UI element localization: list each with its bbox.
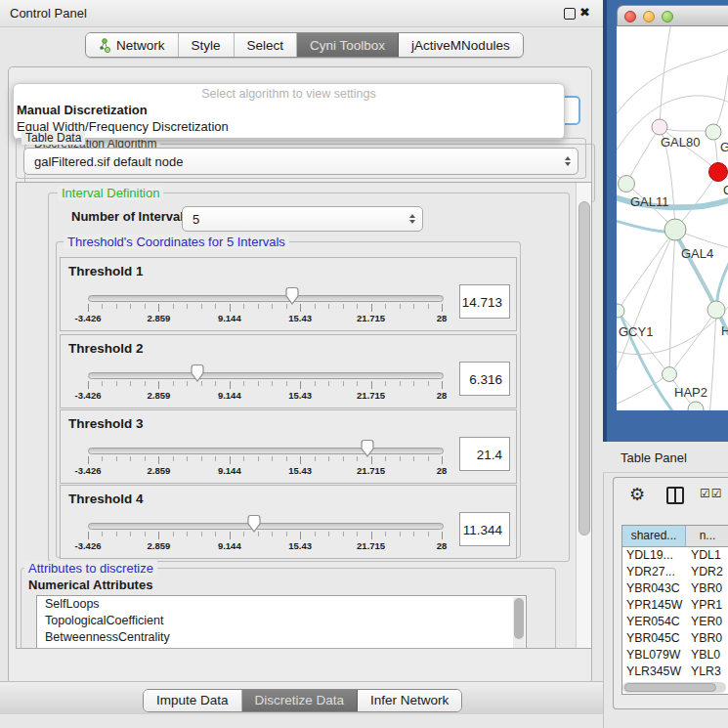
node-attribute-table[interactable]: shared...n... YDL19...YDL1YDR27...YDR2YB…: [621, 525, 728, 695]
table-data-combobox[interactable]: galFiltered.sif default node: [23, 148, 578, 175]
tab-select[interactable]: Select: [235, 33, 298, 57]
network-edge[interactable]: [669, 230, 675, 374]
table-settings-gear-icon[interactable]: ⚙: [629, 484, 645, 504]
mac-close-button[interactable]: [624, 11, 636, 22]
slider-tick: [272, 381, 273, 386]
scrollbar-thumb[interactable]: [578, 201, 590, 535]
threshold-value-field[interactable]: 21.4: [459, 437, 510, 471]
tab-style[interactable]: Style: [179, 33, 235, 57]
table-row[interactable]: YBL079WYBL0: [622, 647, 728, 664]
network-edge[interactable]: [618, 230, 675, 311]
tab-jactivemnodules[interactable]: jActiveMNodules: [399, 33, 523, 57]
network-node-gcy1[interactable]: [617, 304, 624, 318]
network-node-gal4[interactable]: [664, 219, 686, 240]
slider-tick: [272, 304, 273, 309]
settings-vertical-scrollbar[interactable]: [576, 183, 591, 648]
network-node-gal11[interactable]: [619, 176, 635, 193]
column-layout-icon[interactable]: [666, 487, 684, 504]
column-header-1[interactable]: shared...: [622, 526, 686, 546]
bottom-tab-infer-network[interactable]: Infer Network: [358, 690, 461, 711]
slider-track[interactable]: [88, 448, 444, 454]
network-edge[interactable]: [617, 374, 669, 407]
mac-minimize-button[interactable]: [643, 11, 655, 22]
slider-thumb[interactable]: [190, 364, 205, 383]
tab-network[interactable]: Network: [86, 33, 179, 57]
table-panel-title: Table Panel: [621, 450, 687, 465]
slider-tick: [173, 532, 174, 536]
network-node-right-mid[interactable]: [707, 301, 725, 319]
attribute-item-topologicalcoefficient[interactable]: TopologicalCoefficient: [37, 613, 526, 629]
algorithm-options-list: Manual DiscretizationEqual Width/Frequen…: [17, 102, 561, 135]
network-edge[interactable]: [669, 310, 716, 374]
mac-zoom-button[interactable]: [662, 11, 673, 22]
bottom-tab-discretize-data[interactable]: Discretize Data: [242, 690, 359, 711]
select-columns-icon[interactable]: ☑☑: [700, 487, 723, 500]
scrollbar-thumb[interactable]: [624, 683, 716, 692]
network-node-red-selected[interactable]: [709, 163, 728, 182]
interval-definition-title: Interval Definition: [58, 186, 163, 200]
table-row[interactable]: YBR043CYBR0: [622, 580, 728, 597]
slider-tick: [315, 456, 316, 461]
slider-tick: [230, 304, 231, 312]
network-window-titlebar[interactable]: [617, 5, 728, 26]
slider-tick-label: 9.144: [218, 313, 241, 323]
algorithm-option-equal-width-frequency-discretization[interactable]: Equal Width/Frequency Discretization: [17, 118, 561, 135]
column-header-2[interactable]: n...: [686, 526, 728, 546]
threshold-value-field[interactable]: 14.713: [459, 284, 510, 319]
table-row[interactable]: YDL19...YDL1: [622, 547, 728, 564]
slider-tick: [116, 456, 117, 461]
number-of-intervals-combobox[interactable]: 5: [182, 206, 423, 232]
network-edge[interactable]: [626, 127, 660, 184]
attributes-list-scrollbar[interactable]: [513, 597, 525, 648]
slider-thumb[interactable]: [284, 286, 300, 306]
network-edge[interactable]: [660, 26, 671, 127]
slider-tick: [371, 532, 372, 539]
tab-cyni-toolbox[interactable]: Cyni Toolbox: [297, 33, 399, 57]
algorithm-option-manual-discretization[interactable]: Manual Discretization: [17, 102, 561, 118]
network-node-hap2[interactable]: [663, 367, 677, 382]
slider-thumb[interactable]: [360, 439, 375, 458]
network-edge[interactable]: [713, 75, 728, 132]
slider-track[interactable]: [88, 372, 444, 379]
node-label-gcy1: GCY1: [619, 324, 653, 339]
cell-name: YPR1: [685, 597, 728, 614]
cell-name: YER0: [685, 614, 728, 630]
network-view-canvas[interactable]: GAL80GAGAL11CGAL4GCY1HHAP2: [617, 26, 728, 410]
slider-track[interactable]: [88, 295, 444, 302]
slider-tick: [173, 381, 174, 386]
table-row[interactable]: YPR145WYPR1: [622, 597, 728, 614]
attribute-item-betweennesscentrality[interactable]: BetweennessCentrality: [37, 629, 526, 646]
table-row[interactable]: YER054CYER0: [622, 614, 728, 630]
bottom-tab-impute-data[interactable]: Impute Data: [144, 690, 242, 711]
network-edge[interactable]: [617, 230, 675, 388]
slider-tick: [286, 532, 287, 536]
slider-thumb-icon: [284, 286, 300, 306]
network-edge-highlighted[interactable]: [717, 253, 728, 304]
slider-tick: [243, 456, 244, 461]
network-node-pink[interactable]: [652, 119, 667, 135]
table-data-title: Table Data: [21, 131, 85, 145]
table-row[interactable]: YLR345WYLR3: [622, 664, 728, 680]
network-edge[interactable]: [617, 46, 728, 124]
slider-thumb[interactable]: [246, 514, 262, 534]
slider-tick: [258, 456, 259, 461]
table-row[interactable]: YDR27...YDR2: [622, 564, 728, 580]
cell-name: YBR0: [685, 580, 728, 597]
threshold-value-field[interactable]: 6.316: [459, 362, 510, 396]
threshold-value-field[interactable]: 11.344: [459, 512, 510, 546]
scrollbar-thumb[interactable]: [514, 598, 524, 639]
table-horizontal-scrollbar[interactable]: [622, 682, 726, 693]
node-label-gal11: GAL11: [630, 194, 669, 209]
slider-tick: [187, 304, 188, 309]
attribute-item-selfloops[interactable]: SelfLoops: [37, 596, 526, 613]
slider-tick: [286, 456, 287, 461]
slider-track[interactable]: [88, 523, 444, 530]
table-row[interactable]: YBR045CYBR0: [622, 630, 728, 647]
network-node-top-right[interactable]: [706, 124, 721, 140]
slider-tick: [130, 456, 131, 461]
numerical-attributes-list[interactable]: SelfLoopsTopologicalCoefficientBetweenne…: [36, 595, 527, 649]
float-panel-icon[interactable]: [564, 8, 576, 20]
close-panel-icon[interactable]: ✖: [579, 5, 590, 20]
cell-shared-name: YBR045C: [622, 630, 685, 647]
slider-tick: [328, 304, 329, 309]
